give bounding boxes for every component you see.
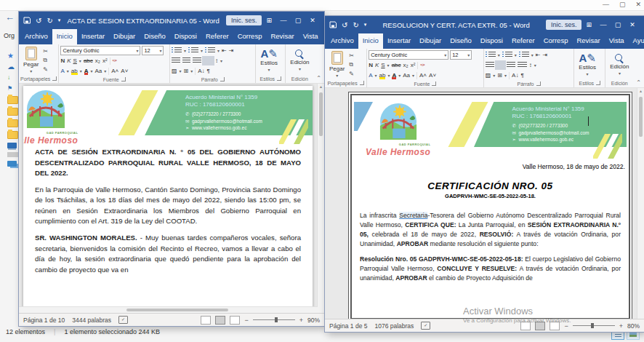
document-area[interactable]: Acuerdo Ministerial N° 1359 RUC : 176812… xyxy=(19,83,324,313)
bullets-icon[interactable] xyxy=(172,47,182,54)
strikethrough-button[interactable]: abc xyxy=(392,62,401,68)
tab-dibujar[interactable]: Dibujar xyxy=(415,33,446,49)
multilevel-list-icon[interactable] xyxy=(519,52,529,58)
shading-icon[interactable]: ▨ xyxy=(172,68,177,74)
customize-qat-icon[interactable]: ▾ xyxy=(58,17,61,23)
line-spacing-icon[interactable]: ↕ xyxy=(215,57,218,64)
word-count[interactable]: 1076 palabras xyxy=(374,322,414,330)
shrink-font-button[interactable]: A˅ xyxy=(121,68,128,74)
zoom-level[interactable]: 90% xyxy=(307,317,320,324)
align-right-icon[interactable] xyxy=(193,57,201,64)
align-left-icon[interactable] xyxy=(172,57,180,64)
styles-button[interactable]: A✎Estilos▾ xyxy=(257,46,281,74)
onedrive-cloud-icon[interactable]: ☁ xyxy=(7,63,15,71)
word-count[interactable]: 3444 palabras xyxy=(72,317,111,324)
web-layout-icon[interactable] xyxy=(230,316,240,325)
align-right-icon[interactable] xyxy=(507,62,515,68)
titlebar[interactable]: ↺ ↻ ▾ ACTA DE SESION EXTRAORDINARIA 05 -… xyxy=(19,12,324,29)
tab-disposicion[interactable]: Disposi xyxy=(476,33,507,49)
bold-button[interactable]: N xyxy=(60,57,65,64)
highlight-color-button[interactable]: ab xyxy=(379,72,386,79)
ribbon-display-options-icon[interactable]: ⊞ xyxy=(586,21,592,28)
redo-icon[interactable]: ↻ xyxy=(47,17,52,25)
tab-diseno[interactable]: Diseño xyxy=(446,33,476,49)
document-text[interactable]: ACTA DE SESIÓN EXTRAORDINARIA N. ° 05 DE… xyxy=(23,144,313,275)
horizontal-scrollbar[interactable] xyxy=(19,306,318,313)
undo-icon[interactable]: ↺ xyxy=(36,17,41,25)
decrease-indent-icon[interactable]: ⇤ xyxy=(222,47,227,54)
font-color-button[interactable]: A xyxy=(392,72,396,79)
redo-icon[interactable]: ↻ xyxy=(353,21,358,29)
text-effects-icon[interactable]: A xyxy=(369,72,372,79)
document-page[interactable]: Acuerdo Ministerial N° 1359 RUC : 176812… xyxy=(23,86,313,313)
editing-button[interactable]: Edición▾ xyxy=(287,46,312,74)
zoom-slider[interactable] xyxy=(573,325,615,326)
tab-insertar[interactable]: Insertar xyxy=(77,29,109,44)
clear-format-icon[interactable]: ✑ xyxy=(113,57,118,64)
font-name-select[interactable]: Century Gothic▾ xyxy=(60,46,140,55)
cut-icon[interactable]: ✂ xyxy=(349,52,354,59)
paragraph-dialog-launcher[interactable] xyxy=(220,77,225,81)
explorer-close-button[interactable]: ✕ xyxy=(635,1,641,8)
tab-archivo[interactable]: Archivo xyxy=(326,33,358,49)
format-painter-icon[interactable]: ✎ xyxy=(43,66,48,73)
tab-ayuda[interactable]: Ayuda xyxy=(629,33,644,49)
paragraph-dialog-launcher[interactable] xyxy=(536,81,541,86)
numbering-icon[interactable] xyxy=(188,47,198,54)
collapse-ribbon-icon[interactable]: ⌃ xyxy=(633,79,644,87)
proofing-icon[interactable]: ✓ xyxy=(118,316,128,324)
clipboard-dialog-launcher[interactable] xyxy=(360,81,364,85)
shading-icon[interactable]: ▨ xyxy=(486,72,491,79)
align-left-icon[interactable] xyxy=(486,62,494,68)
font-name-select[interactable]: Century Gothic▾ xyxy=(369,50,448,60)
superscript-button[interactable]: x² xyxy=(411,62,416,68)
tab-insertar[interactable]: Insertar xyxy=(383,33,415,49)
this-pc-icon[interactable] xyxy=(7,143,17,148)
shrink-font-button[interactable]: A˅ xyxy=(429,72,436,79)
document-text[interactable]: La infrascrita Secretaria-Tesorera del G… xyxy=(354,211,627,283)
borders-icon[interactable]: ⊞ xyxy=(184,68,189,74)
tab-referencias[interactable]: Referer xyxy=(201,29,233,44)
justify-icon[interactable] xyxy=(518,62,527,68)
explorer-minimize-button[interactable]: — xyxy=(603,1,609,8)
font-dialog-launcher[interactable] xyxy=(121,77,126,81)
cut-icon[interactable]: ✂ xyxy=(43,48,48,55)
scrollbar-thumb[interactable] xyxy=(319,92,323,136)
grow-font-button[interactable]: A˄ xyxy=(111,68,118,74)
italic-button[interactable]: K xyxy=(67,57,71,64)
zoom-out-icon[interactable]: − xyxy=(244,317,248,324)
read-mode-icon[interactable] xyxy=(520,322,531,330)
tab-inicio[interactable]: Inicio xyxy=(358,33,383,49)
text-effects-icon[interactable]: A xyxy=(60,68,64,74)
customize-qat-icon[interactable]: ▾ xyxy=(364,22,367,28)
tab-correspondencia[interactable]: Corresp xyxy=(233,29,267,44)
sign-in-button[interactable]: Inic. ses. xyxy=(226,15,262,25)
numbering-icon[interactable] xyxy=(502,52,512,58)
explorer-back-icon[interactable]: ← xyxy=(5,12,15,23)
web-layout-icon[interactable] xyxy=(550,322,560,330)
zoom-in-icon[interactable]: + xyxy=(619,322,623,330)
proofing-icon[interactable]: ✓ xyxy=(421,322,430,330)
tab-disposicion[interactable]: Disposi xyxy=(170,29,201,44)
tab-dibujar[interactable]: Dibujar xyxy=(109,29,140,44)
strikethrough-button[interactable]: abc xyxy=(84,57,93,64)
tab-archivo[interactable]: Archivo xyxy=(20,29,52,44)
change-case-button[interactable]: Aa xyxy=(403,72,410,79)
collapse-ribbon-icon[interactable]: ⌃ xyxy=(313,75,324,83)
close-button[interactable]: ✕ xyxy=(625,21,640,28)
save-icon[interactable] xyxy=(329,21,337,28)
tab-diseno[interactable]: Diseño xyxy=(140,29,170,44)
ribbon-display-options-icon[interactable]: ⊞ xyxy=(266,17,272,24)
minimize-button[interactable]: — xyxy=(276,17,291,24)
network-icon[interactable] xyxy=(7,161,17,167)
font-size-select[interactable]: 12▾ xyxy=(450,50,472,60)
quick-access-star-icon[interactable]: ★ xyxy=(7,52,14,60)
copy-icon[interactable]: ⧉ xyxy=(43,57,48,64)
tab-revisar[interactable]: Revisar xyxy=(266,29,298,44)
styles-dialog-launcher[interactable] xyxy=(277,76,281,81)
folder-icon[interactable] xyxy=(7,131,18,139)
font-color-button[interactable]: A xyxy=(84,68,89,75)
folder-icon[interactable] xyxy=(7,119,18,127)
subscript-button[interactable]: x₂ xyxy=(95,57,100,64)
document-page[interactable]: Acuerdo Ministerial N° 1359 RUC : 176812… xyxy=(348,92,632,319)
